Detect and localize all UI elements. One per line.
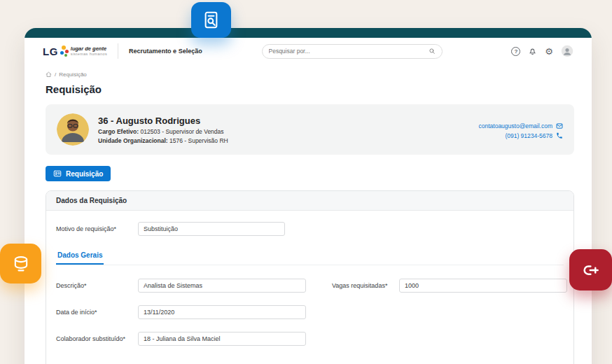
descricao-input[interactable] — [138, 279, 306, 293]
lg-logo-mark: LG — [43, 46, 58, 57]
employee-email-text: contatoaugusto@email.com — [479, 122, 553, 130]
requisition-form-card: Dados da Requisição Motivo de requisição… — [46, 190, 574, 364]
header-divider — [118, 43, 118, 59]
requisicao-button-label: Requisição — [66, 170, 103, 178]
colaborador-field: Colaborador substituído* — [56, 332, 306, 346]
logo-tagline-text: lugar de gente — [71, 46, 107, 52]
motivo-input[interactable] — [138, 222, 285, 236]
employee-cargo: Cargo Efetivo: 012503 - Supervisor de Ve… — [98, 128, 228, 135]
form-rows: Descrição* Vagas requisitadas* Data de i… — [56, 279, 564, 346]
lg-logo-dots-icon — [60, 46, 69, 57]
vagas-field: Vagas requisitadas* — [332, 279, 567, 293]
logo-subtagline-text: sistemas humanos — [71, 52, 107, 56]
module-name: Recrutamento e Seleção — [129, 48, 202, 55]
link-plus-icon — [580, 260, 601, 281]
envelope-icon — [556, 122, 563, 130]
app-window: LG lugar de gente sistemas humanos Recru… — [25, 28, 592, 364]
colaborador-row: Colaborador substituído* — [56, 332, 564, 346]
form-section-title: Dados da Requisição — [46, 191, 573, 211]
requisicao-button[interactable]: Requisição — [46, 166, 111, 181]
employee-card: 36 - Augusto Rodrigues Cargo Efetivo: 01… — [46, 104, 574, 155]
requisicao-card-icon — [53, 169, 62, 178]
employee-email[interactable]: contatoaugusto@email.com — [479, 122, 564, 130]
breadcrumb-separator: / — [55, 71, 56, 78]
search-box[interactable] — [262, 44, 443, 59]
tab-dados-gerais[interactable]: Dados Gerais — [56, 251, 104, 265]
settings-gear-icon[interactable]: ⚙ — [545, 47, 553, 56]
phone-icon — [556, 132, 563, 139]
org-unit-value: 1576 - Supervisão RH — [169, 137, 228, 144]
descricao-label: Descrição* — [56, 282, 138, 289]
employee-org-unit: Unidade Organizacional: 1576 - Supervisã… — [98, 137, 228, 144]
colaborador-input[interactable] — [138, 332, 306, 346]
data-inicio-field: Data de início* — [56, 305, 306, 319]
database-badge — [0, 244, 41, 284]
employee-phone[interactable]: (091) 91234-5678 — [479, 132, 564, 139]
org-unit-label: Unidade Organizacional: — [98, 137, 168, 144]
form-body: Motivo de requisição* Dados Gerais Descr… — [46, 211, 573, 364]
page-title: Requisição — [46, 83, 574, 95]
database-icon — [11, 254, 31, 274]
employee-name: 36 - Augusto Rodrigues — [98, 115, 228, 126]
search-icon[interactable] — [429, 48, 436, 55]
colaborador-label: Colaborador substituído* — [56, 335, 138, 342]
window-top-bar — [25, 28, 592, 38]
vagas-input[interactable] — [399, 279, 567, 293]
cargo-value: 012503 - Supervisor de Vendas — [140, 128, 223, 135]
motivo-field: Motivo de requisição* — [56, 222, 285, 236]
connect-badge — [569, 249, 612, 290]
data-inicio-label: Data de início* — [56, 309, 138, 316]
descricao-field: Descrição* — [56, 279, 306, 293]
form-tabs: Dados Gerais — [56, 248, 564, 265]
app-header: LG lugar de gente sistemas humanos Recru… — [25, 38, 592, 64]
descricao-vagas-row: Descrição* Vagas requisitadas* — [56, 279, 564, 293]
home-icon[interactable] — [46, 71, 52, 78]
employee-avatar — [57, 113, 89, 146]
notifications-bell-icon[interactable] — [528, 47, 537, 56]
motivo-row: Motivo de requisição* — [56, 222, 564, 236]
vagas-label: Vagas requisitadas* — [332, 282, 399, 289]
data-inicio-row: Data de início* — [56, 305, 564, 319]
cargo-label: Cargo Efetivo: — [98, 128, 139, 135]
page-content: / Requisição Requisição 36 - Augusto Rod… — [25, 71, 592, 364]
lg-logo: LG lugar de gente sistemas humanos — [43, 46, 107, 57]
data-inicio-input[interactable] — [138, 305, 306, 319]
employee-info: 36 - Augusto Rodrigues Cargo Efetivo: 01… — [98, 115, 228, 144]
lg-logo-tagline: lugar de gente sistemas humanos — [71, 46, 107, 57]
user-avatar-icon[interactable] — [561, 45, 573, 57]
header-icons: ? ⚙ — [511, 45, 573, 57]
breadcrumb-current: Requisição — [59, 71, 87, 78]
motivo-label: Motivo de requisição* — [56, 225, 138, 232]
file-search-icon — [202, 10, 221, 30]
breadcrumb: / Requisição — [46, 71, 574, 78]
employee-phone-text: (091) 91234-5678 — [505, 132, 552, 139]
search-input[interactable] — [269, 48, 429, 55]
file-search-badge — [191, 2, 231, 38]
employee-contacts: contatoaugusto@email.com (091) 91234-567… — [479, 120, 564, 139]
help-icon[interactable]: ? — [511, 47, 520, 56]
